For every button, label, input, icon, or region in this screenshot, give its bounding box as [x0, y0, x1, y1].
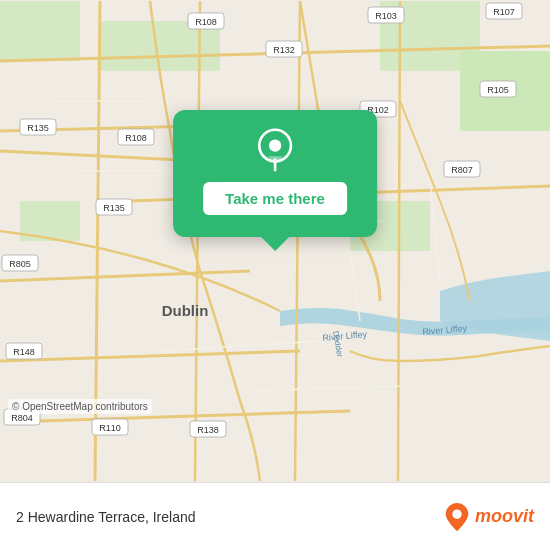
- svg-text:R148: R148: [13, 347, 35, 357]
- svg-text:R110: R110: [99, 423, 121, 433]
- svg-text:R105: R105: [487, 85, 509, 95]
- svg-text:R108: R108: [195, 17, 217, 27]
- svg-point-59: [269, 139, 281, 151]
- svg-text:R108: R108: [125, 133, 147, 143]
- map-container: R108 R103 R107 R132 R105 R135 R102 R108: [0, 0, 550, 482]
- popup-card: Take me there: [173, 110, 377, 237]
- svg-text:R804: R804: [11, 413, 33, 423]
- location-label: 2 Hewardine Terrace, Ireland: [16, 509, 196, 525]
- moovit-pin-icon: [444, 502, 470, 532]
- app: R108 R103 R107 R132 R105 R135 R102 R108: [0, 0, 550, 550]
- svg-text:Dublin: Dublin: [162, 302, 209, 319]
- location-pin-icon: [253, 128, 297, 172]
- svg-text:R132: R132: [273, 45, 295, 55]
- svg-text:R103: R103: [375, 11, 397, 21]
- svg-text:R138: R138: [197, 425, 219, 435]
- take-me-there-button[interactable]: Take me there: [203, 182, 347, 215]
- svg-text:R135: R135: [27, 123, 49, 133]
- svg-text:R107: R107: [493, 7, 515, 17]
- svg-text:R807: R807: [451, 165, 473, 175]
- svg-text:R135: R135: [103, 203, 125, 213]
- bottom-bar: 2 Hewardine Terrace, Ireland moovit: [0, 482, 550, 550]
- svg-point-60: [452, 509, 461, 518]
- map-attribution: © OpenStreetMap contributors: [8, 399, 152, 414]
- moovit-brand-label: moovit: [475, 506, 534, 527]
- svg-rect-1: [0, 1, 80, 61]
- moovit-logo: moovit: [444, 502, 534, 532]
- svg-text:R805: R805: [9, 259, 31, 269]
